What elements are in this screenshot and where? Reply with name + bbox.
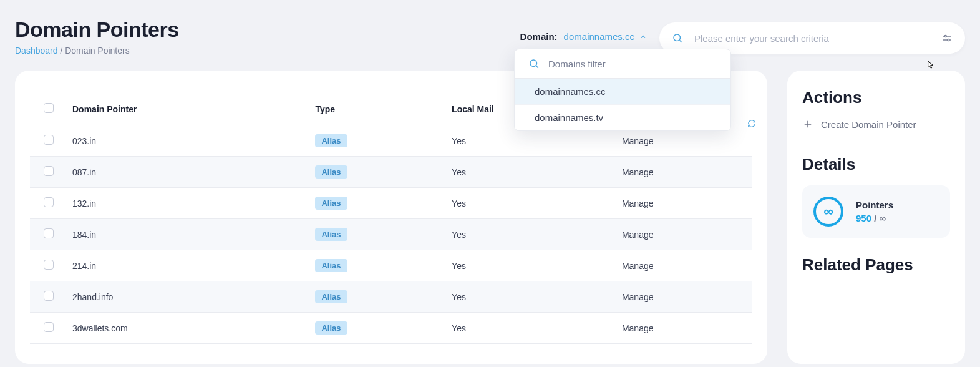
row-checkbox[interactable] [44,291,54,301]
details-heading: Details [802,155,950,174]
row-checkbox[interactable] [44,197,54,207]
side-card: Actions Create Domain Pointer Details ∞ … [787,71,965,364]
col-type: Type [310,95,447,125]
row-checkbox[interactable] [44,260,54,270]
breadcrumb: Dashboard / Domain Pointers [15,46,520,56]
cell-local-mail: Yes [447,188,617,219]
manage-link[interactable]: Manage [622,230,654,240]
svg-point-0 [674,34,681,41]
col-pointer: Domain Pointer [67,95,310,125]
type-badge: Alias [315,165,347,179]
svg-line-9 [536,66,538,67]
manage-link[interactable]: Manage [622,198,654,208]
row-checkbox[interactable] [44,228,54,238]
table-row[interactable]: 087.inAliasYesManage [30,157,752,188]
type-badge: Alias [315,321,347,335]
sliders-icon[interactable] [941,32,953,44]
cell-local-mail: Yes [447,250,617,281]
cell-pointer: 3dwallets.com [67,313,310,344]
table-row[interactable]: 184.inAliasYesManage [30,219,752,250]
row-checkbox[interactable] [44,166,54,176]
manage-link[interactable]: Manage [622,167,654,177]
search-icon [672,32,683,44]
select-all-checkbox[interactable] [44,103,54,113]
svg-point-5 [948,39,949,41]
plus-icon [802,119,813,130]
manage-link[interactable]: Manage [622,261,654,271]
cell-pointer: 087.in [67,157,310,188]
cell-pointer: 184.in [67,219,310,250]
svg-point-8 [530,60,537,67]
search-icon [528,58,540,69]
cell-local-mail: Yes [447,219,617,250]
svg-line-1 [679,40,681,42]
pointers-table: Domain Pointer Type Local Mail DNS 023.i… [30,95,752,344]
cell-local-mail: Yes [447,281,617,313]
cell-local-mail: Yes [447,313,617,344]
search-input[interactable] [694,33,941,44]
type-badge: Alias [315,228,347,241]
domain-option[interactable]: domainnames.cc [515,79,730,105]
row-checkbox[interactable] [44,322,54,332]
manage-link[interactable]: Manage [622,136,654,146]
cell-pointer: 214.in [67,250,310,281]
table-row[interactable]: 132.inAliasYesManage [30,188,752,219]
type-badge: Alias [315,290,347,303]
table-row[interactable]: 214.inAliasYesManage [30,250,752,281]
svg-point-3 [944,36,946,37]
pointers-label: Pointers [856,200,893,210]
cell-pointer: 023.in [67,125,310,157]
pointers-value: 950 / ∞ [856,213,893,223]
type-badge: Alias [315,197,347,210]
infinity-icon: ∞ [813,197,843,227]
mouse-cursor-icon [926,60,936,70]
domain-filter-row[interactable]: Domains filter [515,49,730,79]
actions-heading: Actions [802,88,950,107]
type-badge: Alias [315,259,347,272]
row-checkbox[interactable] [44,135,54,145]
table-row[interactable]: 2hand.infoAliasYesManage [30,281,752,313]
manage-link[interactable]: Manage [622,323,654,333]
table-row[interactable]: 3dwallets.comAliasYesManage [30,313,752,344]
domain-label: Domain: [520,31,558,42]
domain-value[interactable]: domainnames.cc [564,31,634,42]
related-pages-heading: Related Pages [802,255,950,275]
create-domain-pointer-label: Create Domain Pointer [821,119,916,130]
breadcrumb-sep: / [58,46,65,56]
chevron-up-icon [639,33,647,41]
type-badge: Alias [315,134,347,147]
domain-option[interactable]: domainnames.tv [515,105,730,130]
cell-pointer: 132.in [67,188,310,219]
create-domain-pointer-link[interactable]: Create Domain Pointer [802,119,950,130]
cell-local-mail: Yes [447,157,617,188]
domain-selector[interactable]: Domain: domainnames.cc [520,31,647,42]
page-title: Domain Pointers [15,17,520,42]
refresh-icon[interactable] [747,119,756,128]
pointers-usage-card: ∞ Pointers 950 / ∞ [802,185,950,238]
domain-dropdown: Domains filter domainnames.ccdomainnames… [514,49,731,131]
breadcrumb-dashboard-link[interactable]: Dashboard [15,46,58,56]
manage-link[interactable]: Manage [622,292,654,302]
cell-pointer: 2hand.info [67,281,310,313]
domain-filter-placeholder: Domains filter [548,59,606,69]
breadcrumb-current: Domain Pointers [65,46,130,56]
